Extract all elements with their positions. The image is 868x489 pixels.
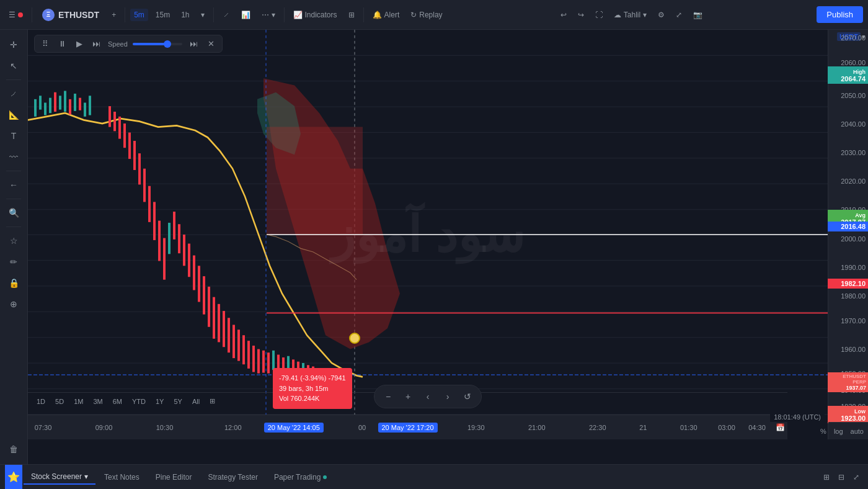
expand-icon: ⤢	[676, 11, 682, 19]
more-options-button[interactable]: ⋯▾	[258, 8, 279, 22]
svg-rect-28	[69, 99, 71, 115]
text-tool[interactable]: T	[4, 126, 24, 146]
period-5d[interactable]: 5D	[51, 397, 68, 406]
current-value: 2016.48	[841, 223, 866, 230]
timeframe-15m[interactable]: 15m	[152, 9, 174, 21]
period-1y[interactable]: 1Y	[152, 397, 167, 406]
publish-button[interactable]: Publish	[817, 6, 863, 23]
period-all[interactable]: All	[188, 397, 203, 406]
timeframe-more[interactable]: ▾	[197, 8, 208, 22]
period-custom[interactable]: ⊞	[206, 396, 219, 406]
wave-tool[interactable]: 〰	[4, 147, 24, 167]
svg-rect-42	[153, 202, 156, 240]
svg-rect-38	[133, 141, 136, 170]
tab-stock-screener[interactable]: Stock Screener ▾	[24, 470, 95, 485]
speed-slider-fill	[133, 43, 167, 45]
redo-button[interactable]: ↪	[574, 8, 588, 22]
svg-rect-55	[218, 304, 220, 343]
chart-canvas[interactable]: سود آموز	[28, 30, 828, 439]
more-options-icon: ⋯	[262, 11, 269, 19]
svg-rect-58	[232, 325, 235, 358]
draw-line-tool[interactable]: ⟋	[4, 84, 24, 104]
trash-tool[interactable]: 🗑	[4, 439, 24, 459]
tab-text-notes[interactable]: Text Notes	[97, 470, 147, 484]
bottom-grid-btn[interactable]: ⊞	[820, 470, 833, 484]
svg-rect-25	[54, 92, 56, 112]
speed-slider[interactable]	[133, 43, 182, 45]
watchlist-tool[interactable]: ☆	[4, 231, 24, 251]
calendar-icon[interactable]: 📅	[776, 423, 785, 432]
symbol-button[interactable]: Ξ ETHUSDT	[37, 6, 104, 24]
bottom-expand-btn[interactable]: ⤢	[849, 470, 863, 484]
replay-next[interactable]: ⏭	[187, 38, 200, 50]
menu-button[interactable]: ☰	[5, 8, 27, 22]
divider-5	[363, 7, 364, 22]
replay-play[interactable]: ▶	[74, 38, 85, 50]
cursor-tool[interactable]: ↖	[4, 56, 24, 76]
tahlil-button[interactable]: ☁ Tahlil▾	[610, 8, 650, 22]
star-button[interactable]: ⭐	[5, 465, 22, 490]
bottom-layout-btn[interactable]: ⊟	[835, 470, 848, 484]
crosshair-cursor	[349, 333, 360, 344]
nav-next-btn[interactable]: ›	[439, 388, 456, 405]
draw-tool-2[interactable]: 📐	[4, 105, 24, 125]
add-alert-button[interactable]: +	[108, 8, 120, 22]
draw-button[interactable]: ⟋	[219, 8, 234, 22]
chart-container: سود آموز	[28, 30, 868, 464]
auto-btn[interactable]: auto	[849, 426, 866, 437]
log-btn[interactable]: log	[832, 426, 845, 437]
back-tool[interactable]: ←	[4, 175, 24, 195]
nav-reset-btn[interactable]: ↺	[459, 388, 476, 405]
alert-button[interactable]: 🔔 Alert	[369, 8, 404, 22]
period-1d[interactable]: 1D	[33, 397, 49, 406]
period-1m[interactable]: 1M	[70, 397, 87, 406]
replay-step[interactable]: ⏭	[90, 38, 103, 50]
time-display: 18:01:49 (UTC)	[774, 413, 821, 421]
svg-marker-20	[267, 127, 363, 235]
time-1030: 10:30	[156, 424, 174, 431]
percent-btn[interactable]: %	[818, 426, 828, 437]
period-ytd[interactable]: YTD	[128, 397, 149, 406]
period-6m[interactable]: 6M	[109, 397, 126, 406]
tooltip-bars: 39 bars, 3h 15m	[279, 384, 346, 394]
price-2000: 2000.00	[841, 235, 866, 243]
replay-pause[interactable]: ⏸	[56, 38, 69, 50]
svg-rect-30	[79, 98, 81, 110]
svg-rect-27	[64, 91, 66, 112]
replay-close[interactable]: ✕	[205, 38, 217, 50]
svg-rect-23	[44, 102, 46, 115]
price-tag-low: Low 1923.00	[828, 406, 868, 423]
settings-button[interactable]: ⚙	[654, 8, 668, 22]
period-5y[interactable]: 5Y	[170, 397, 185, 406]
indicators-button[interactable]: 📈 Indicators	[290, 8, 341, 22]
svg-rect-31	[84, 102, 86, 116]
search-chart-tool[interactable]: ⊕	[4, 294, 24, 314]
lock-tool[interactable]: 🔒	[4, 273, 24, 293]
zoom-tool[interactable]: 🔍	[4, 203, 24, 223]
fullscreen-button[interactable]: ⛶	[591, 8, 606, 22]
tab-strategy-tester[interactable]: Strategy Tester	[200, 470, 265, 484]
undo-button[interactable]: ↩	[557, 8, 570, 22]
tab-paper-trading[interactable]: Paper Trading	[267, 470, 334, 484]
time-130: 01:30	[680, 424, 698, 431]
chart-type-button[interactable]: 📊	[237, 8, 254, 22]
nav-prev-btn[interactable]: ‹	[419, 388, 436, 405]
edit-tool[interactable]: ✏	[4, 252, 24, 272]
price-2030: 2030.00	[841, 149, 866, 156]
camera-button[interactable]: 📷	[689, 8, 706, 22]
expand-button[interactable]: ⤢	[672, 8, 686, 22]
zoom-out-btn[interactable]: −	[379, 388, 397, 405]
timeframe-5m[interactable]: 5m	[130, 9, 148, 21]
replay-handle[interactable]: ⠿	[40, 38, 51, 50]
layout-button[interactable]: ⊞	[345, 8, 358, 22]
red-line-value: 1982.10	[841, 280, 866, 287]
period-3m[interactable]: 3M	[89, 397, 106, 406]
tab-pine-editor[interactable]: Pine Editor	[148, 470, 200, 484]
time-axis: 07:30 09:00 10:30 12:00 20 May '22 14:05…	[28, 415, 787, 439]
timeframe-1h[interactable]: 1h	[177, 9, 193, 21]
crosshair-tool[interactable]: ✛	[4, 35, 24, 55]
zoom-in-btn[interactable]: +	[399, 388, 417, 405]
replay-button[interactable]: ↻ Replay	[407, 8, 446, 22]
status-bar: % log auto	[828, 422, 868, 439]
svg-rect-56	[223, 311, 225, 347]
